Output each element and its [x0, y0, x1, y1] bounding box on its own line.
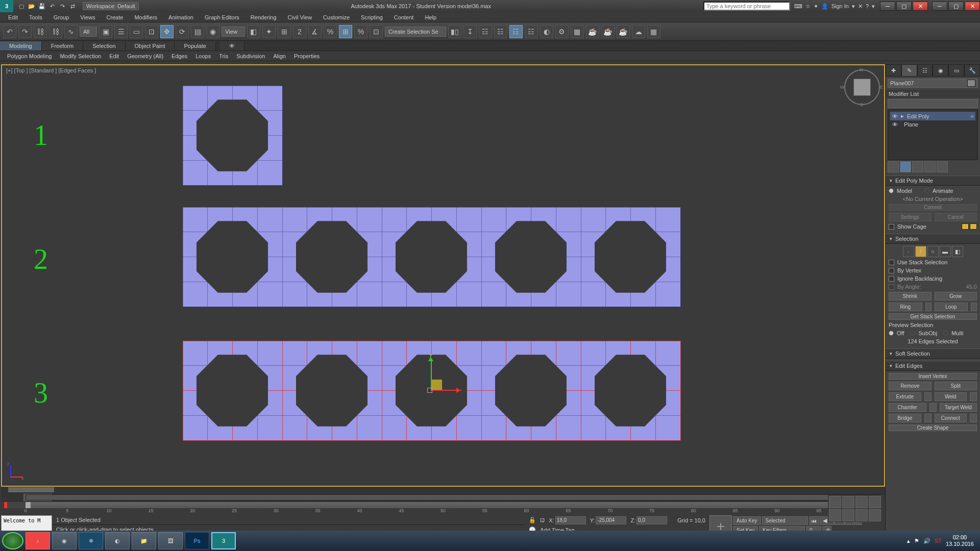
make-unique-icon[interactable]: [912, 161, 923, 172]
tray-volume-icon[interactable]: 🔊: [923, 538, 930, 544]
display-tab[interactable]: ▭: [948, 64, 964, 77]
hierarchy-tab[interactable]: ☷: [917, 64, 933, 77]
utilities-tab[interactable]: 🔧: [964, 64, 980, 77]
object-name-field[interactable]: Plane007: [888, 79, 978, 88]
rendered-frame-button[interactable]: ▦: [571, 25, 584, 38]
user-icon[interactable]: 👤: [821, 3, 828, 10]
object-color-swatch[interactable]: [967, 80, 975, 87]
create-shape-button[interactable]: Create Shape: [889, 424, 977, 431]
configure-sets-icon[interactable]: [937, 161, 948, 172]
snap-percent-button[interactable]: %: [324, 25, 337, 38]
render-iter-button[interactable]: ☕: [601, 25, 615, 38]
named-sel-set-button[interactable]: ⊡: [370, 25, 383, 38]
ribbon-panel-geometry--all-[interactable]: Geometry (All): [123, 52, 167, 60]
align-button[interactable]: ↧: [463, 25, 477, 38]
shrink-button[interactable]: Shrink: [889, 292, 932, 300]
toggle-ribbon-button[interactable]: ☷: [494, 25, 507, 38]
target-weld-button[interactable]: Target Weld: [940, 403, 977, 412]
grow-button[interactable]: Grow: [935, 292, 977, 300]
redo-icon[interactable]: ↷: [58, 2, 66, 10]
model-radio[interactable]: [889, 188, 894, 193]
use-pivot-button[interactable]: ◧: [247, 25, 260, 38]
star-icon[interactable]: ☆: [805, 3, 811, 10]
ribbon-tab-object-paint[interactable]: Object Paint: [126, 41, 175, 51]
key-filter-selected-dropdown[interactable]: Selected: [762, 516, 808, 525]
ribbon-tab-selection[interactable]: Selection: [83, 41, 125, 51]
ribbon-panel-tris[interactable]: Tris: [215, 52, 232, 60]
animate-radio[interactable]: [924, 188, 929, 193]
render-activeshade-button[interactable]: ☕: [617, 25, 630, 38]
by-angle-checkbox[interactable]: [889, 284, 894, 290]
weld-button[interactable]: Weld: [935, 392, 967, 401]
vertex-level-icon[interactable]: ·: [903, 246, 914, 257]
ribbon-eye-icon[interactable]: 👁: [220, 41, 244, 51]
by-vertex-checkbox[interactable]: [889, 268, 894, 273]
zoom-extents-button[interactable]: [855, 496, 868, 508]
ribbon-tab-freeform[interactable]: Freeform: [42, 41, 84, 51]
spinner-snap-button[interactable]: ⊞: [339, 25, 352, 38]
ribbon-panel-edges[interactable]: Edges: [167, 52, 191, 60]
y-coord-input[interactable]: [596, 516, 626, 524]
get-stack-selection-button[interactable]: Get Stack Selection: [889, 313, 977, 320]
open-icon[interactable]: 📂: [28, 2, 36, 10]
menu-content[interactable]: Content: [389, 13, 419, 21]
link-button[interactable]: ⛓: [34, 25, 47, 38]
loop-spinner[interactable]: [971, 303, 977, 311]
link-icon[interactable]: ⇄: [68, 2, 77, 10]
keyboard-shortcut-button[interactable]: ⊞: [278, 25, 291, 38]
ribbon-panel-subdivision[interactable]: Subdivision: [232, 52, 269, 60]
modifier-stack[interactable]: 👁▸Edit Poly◃👁Plane: [888, 109, 978, 160]
select-move-button[interactable]: ✥: [160, 25, 174, 38]
show-cage-checkbox[interactable]: [889, 224, 894, 230]
connect-button[interactable]: Connect: [935, 414, 967, 422]
taskbar-app-photoshop[interactable]: Ps: [185, 532, 209, 549]
edge-level-icon[interactable]: /: [915, 246, 926, 257]
selection-filter-dropdown[interactable]: All: [80, 27, 97, 37]
zoom-button[interactable]: [829, 496, 841, 508]
preview-multi-radio[interactable]: [943, 331, 948, 336]
weld-settings-icon[interactable]: [970, 392, 977, 401]
undo-button[interactable]: ↶: [3, 25, 16, 38]
ribbon-tab-populate[interactable]: Populate: [175, 41, 215, 51]
pin-stack-icon[interactable]: [888, 161, 899, 172]
menu-group[interactable]: Group: [48, 13, 75, 21]
tray-arrow-icon[interactable]: ▴: [907, 538, 910, 544]
start-button[interactable]: [2, 532, 23, 549]
z-coord-input[interactable]: [636, 516, 667, 524]
menu-animation[interactable]: Animation: [163, 13, 199, 21]
taskbar-app-blizzard[interactable]: ❄: [79, 532, 103, 549]
select-place-button[interactable]: ◉: [206, 25, 219, 38]
taskbar-app-3dsmax[interactable]: 3: [211, 532, 236, 549]
polygon-level-icon[interactable]: ▬: [940, 246, 951, 257]
ribbon-panel-align[interactable]: Align: [269, 52, 289, 60]
stack-item-plane[interactable]: 👁Plane: [890, 120, 975, 129]
tray-clock[interactable]: 02:00 13.10.2016: [946, 534, 974, 547]
create-tab[interactable]: ✚: [886, 64, 901, 77]
cage-color1[interactable]: [962, 223, 969, 230]
edit-edges-header[interactable]: Edit Edges: [886, 361, 980, 371]
schematic-view-button[interactable]: ☷: [525, 25, 538, 38]
window-crossing-button[interactable]: ⊡: [145, 25, 158, 38]
menu-help[interactable]: Help: [420, 13, 442, 21]
material-editor-button[interactable]: ◐: [540, 25, 553, 38]
workspace-dropdown[interactable]: Workspace: Default: [83, 2, 139, 10]
viewport-h-scrollbar[interactable]: [1, 487, 885, 493]
ribbon-panel-edit[interactable]: Edit: [105, 52, 123, 60]
ref-coord-dropdown[interactable]: View: [222, 27, 245, 37]
save-icon[interactable]: 💾: [38, 2, 46, 10]
menu-create[interactable]: Create: [101, 13, 128, 21]
ribbon-panel-modify-selection[interactable]: Modify Selection: [56, 52, 105, 60]
x-icon[interactable]: ✕: [858, 3, 863, 10]
view-cube[interactable]: N S W E: [844, 69, 880, 105]
connect-settings-icon[interactable]: [970, 414, 977, 422]
chamfer-settings-icon[interactable]: [929, 403, 937, 412]
outer-maximize-button[interactable]: ▢: [948, 2, 964, 11]
extrude-settings-icon[interactable]: [924, 392, 932, 401]
key-icon[interactable]: ⌨: [794, 3, 802, 10]
ignore-backfacing-checkbox[interactable]: [889, 276, 894, 282]
use-stack-checkbox[interactable]: [889, 260, 894, 265]
bridge-button[interactable]: Bridge: [889, 414, 921, 422]
viewport[interactable]: [+] [Top ] [Standard ] [Edged Faces ] 1 …: [2, 65, 884, 486]
snap-2d-button[interactable]: 2: [293, 25, 306, 38]
unlink-button[interactable]: ⛓: [49, 25, 62, 38]
